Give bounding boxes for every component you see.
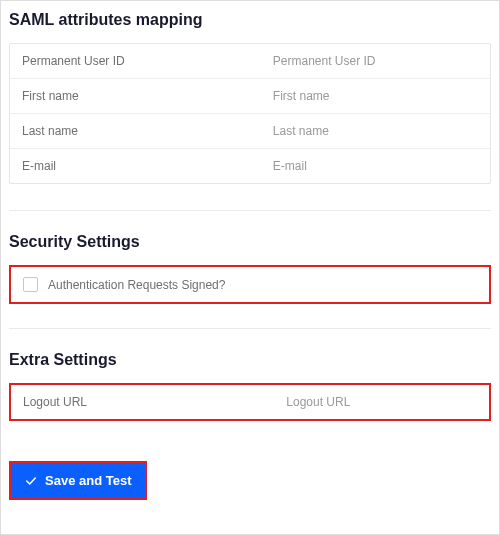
permanent-user-id-input[interactable] <box>273 54 478 68</box>
attr-label: Last name <box>22 124 273 138</box>
first-name-input[interactable] <box>273 89 478 103</box>
table-row: First name <box>10 79 490 114</box>
last-name-input[interactable] <box>273 124 478 138</box>
email-input[interactable] <box>273 159 478 173</box>
extra-settings-heading: Extra Settings <box>9 351 491 369</box>
save-and-test-highlight: Save and Test <box>9 461 147 500</box>
logout-url-input[interactable] <box>286 395 477 409</box>
check-icon <box>25 475 37 487</box>
divider <box>9 328 491 329</box>
saml-attributes-table: Permanent User ID First name Last name E… <box>9 43 491 184</box>
extra-settings-panel: Logout URL <box>9 383 491 421</box>
security-settings-panel: Authentication Requests Signed? <box>9 265 491 304</box>
attr-label: E-mail <box>22 159 273 173</box>
logout-url-label: Logout URL <box>23 395 286 409</box>
table-row: Last name <box>10 114 490 149</box>
auth-requests-signed-label: Authentication Requests Signed? <box>48 278 225 292</box>
table-row: E-mail <box>10 149 490 183</box>
save-and-test-button[interactable]: Save and Test <box>11 463 145 498</box>
save-and-test-label: Save and Test <box>45 473 131 488</box>
attr-label: Permanent User ID <box>22 54 273 68</box>
auth-requests-signed-checkbox[interactable] <box>23 277 38 292</box>
attr-label: First name <box>22 89 273 103</box>
divider <box>9 210 491 211</box>
table-row: Permanent User ID <box>10 44 490 79</box>
saml-attributes-heading: SAML attributes mapping <box>9 11 491 29</box>
security-settings-heading: Security Settings <box>9 233 491 251</box>
